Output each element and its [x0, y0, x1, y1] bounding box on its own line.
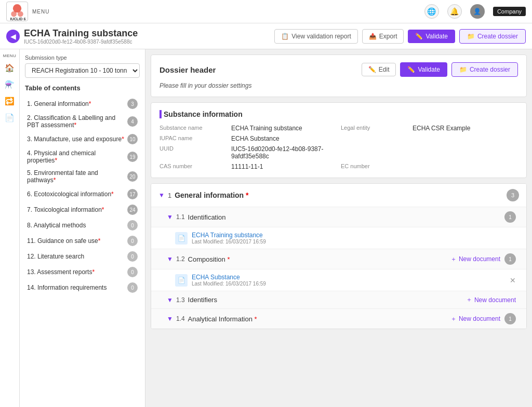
- subsection-1-3-header[interactable]: ▼ 1.3 Identifiers ＋ New document: [151, 291, 526, 308]
- subsection-1-2-header[interactable]: ▼ 1.2 Composition * ＋ New document 1: [151, 249, 526, 269]
- submission-type-select[interactable]: REACH Registration 10 - 100 tonnes: [25, 63, 140, 78]
- subsection-1-3-number: 1.3: [176, 296, 185, 304]
- validate-button[interactable]: ✏️ Validate: [408, 30, 455, 43]
- subsection-1-1-left: ▼ 1.1 Identification: [167, 213, 226, 221]
- legal-entity-value: ECHA CSR Example: [413, 125, 518, 132]
- validate-dossier-button[interactable]: ✏️ Validate: [400, 62, 447, 77]
- subsection-1-2-left: ▼ 1.2 Composition *: [167, 255, 230, 263]
- header-left: IUCLID 6 MENU: [6, 2, 49, 21]
- dossier-title: Dossier header: [159, 65, 216, 74]
- validate-icon: ✏️: [415, 33, 423, 40]
- toc-item-13-text: 13. Assessment reports*: [27, 268, 127, 276]
- dossier-info-message: Please fill in your dossier settings: [159, 82, 518, 89]
- empty-label-1: [341, 135, 408, 142]
- doc-info-1-1: ECHA Training substance Last Modified: 1…: [192, 232, 266, 245]
- subsection-1-4-chevron: ▼: [167, 315, 173, 322]
- export-button[interactable]: 📤 Export: [362, 29, 404, 44]
- svg-text:IUCLID 6: IUCLID 6: [10, 16, 25, 20]
- toc-item-7-text: 7. Toxicological information*: [27, 206, 127, 213]
- subsection-1-3-chevron: ▼: [167, 296, 173, 304]
- flask-icon[interactable]: ⚗️: [3, 78, 17, 91]
- subsection-1-4-header[interactable]: ▼ 1.4 Analytical Information * ＋ New doc…: [151, 309, 526, 329]
- subsection-1-3-left: ▼ 1.3 Identifiers: [167, 296, 217, 304]
- toc-item-13[interactable]: 13. Assessment reports* 0: [25, 264, 140, 280]
- plus-icon-1-2: ＋: [450, 255, 457, 264]
- svg-point-1: [11, 11, 17, 17]
- section-1-chevron: ▼: [158, 192, 165, 199]
- plus-icon-1-4: ＋: [450, 315, 457, 323]
- subsection-1-1-badge: 1: [504, 211, 516, 223]
- substance-grid: Substance name ECHA Training substance L…: [159, 125, 518, 170]
- doc-entry-1-1-left: 📄 ECHA Training substance Last Modified:…: [175, 232, 266, 245]
- toc-item-11[interactable]: 11. Guidance on safe use* 0: [25, 233, 140, 249]
- toc-item-5-text: 5. Environmental fate and pathways*: [27, 169, 127, 184]
- section-1-number: 1: [168, 192, 171, 199]
- validate-create-area: ✏️ Validate 📁 Create dossier: [400, 62, 518, 77]
- header-right: 🌐 🔔 👤 Company: [424, 4, 526, 19]
- toc-item-1[interactable]: 1. General information* 3: [25, 96, 140, 112]
- globe-icon[interactable]: 🌐: [424, 4, 439, 19]
- uuid-label: UUID: [159, 145, 227, 160]
- top-header: IUCLID 6 MENU 🌐 🔔 👤 Company: [0, 0, 532, 23]
- new-doc-1-3-button[interactable]: ＋ New document: [466, 295, 516, 304]
- doc-entry-1-2-left: 📄 ECHA Substance Last Modified: 16/03/20…: [175, 274, 266, 287]
- toc-item-12[interactable]: 12. Literature search 0: [25, 249, 140, 264]
- toc-item-4[interactable]: 4. Physical and chemical properties* 19: [25, 147, 140, 167]
- toc-badge-3: 10: [127, 134, 138, 144]
- create-dossier-button[interactable]: 📁 Create dossier: [459, 29, 526, 44]
- home-icon[interactable]: 🏠: [3, 61, 17, 75]
- nav-icon-4[interactable]: 📄: [3, 111, 17, 125]
- toc-item-11-text: 11. Guidance on safe use*: [27, 237, 127, 245]
- avatar[interactable]: 👤: [470, 4, 485, 19]
- subsection-1-2-actions: ＋ New document 1: [450, 253, 516, 265]
- view-validation-button[interactable]: 📋 View validation report: [274, 29, 358, 44]
- uuid-value: IUC5-16d020d0-fe12-4b08-9387-9afdf35e588…: [231, 145, 337, 160]
- toc-badge-8: 0: [127, 220, 138, 230]
- bell-icon[interactable]: 🔔: [447, 4, 462, 19]
- submission-type-label: Submission type: [25, 55, 140, 61]
- page-subtitle: IUC5-16d020d0-fe12-4b08-9387-9afdf35e588…: [24, 39, 138, 45]
- toc-item-14[interactable]: 14. Information requirements 0: [25, 280, 140, 295]
- create-dossier-icon: 📁: [467, 33, 475, 40]
- toc-item-3[interactable]: 3. Manufacture, use and exposure* 10: [25, 131, 140, 147]
- dossier-actions: ✏️ Edit ✏️ Validate 📁 Create dossier: [362, 62, 518, 77]
- subsection-1-3-name: Identifiers: [188, 296, 217, 304]
- empty-label-2: [341, 145, 408, 160]
- subsection-1-2: ▼ 1.2 Composition * ＋ New document 1: [151, 249, 526, 291]
- toc-badge-11: 0: [127, 236, 138, 246]
- toc-item-1-text: 1. General information*: [27, 100, 127, 107]
- toc-item-8[interactable]: 8. Analytical methods 0: [25, 218, 140, 233]
- ec-number-label: EC number: [341, 163, 408, 170]
- subsection-1-4-number: 1.4: [176, 315, 185, 322]
- section-1-header[interactable]: ▼ 1 General information * 3: [151, 184, 526, 207]
- export-icon: 📤: [369, 33, 377, 40]
- toc-item-6[interactable]: 6. Ecotoxicological information* 17: [25, 186, 140, 202]
- back-button[interactable]: ◀: [6, 30, 20, 43]
- substance-name-label: Substance name: [159, 125, 227, 132]
- new-doc-1-4-button[interactable]: ＋ New document: [450, 315, 500, 323]
- nav-icon-3[interactable]: 🔁: [3, 94, 17, 108]
- new-doc-1-2-button[interactable]: ＋ New document: [450, 255, 500, 264]
- ec-number-value: [413, 163, 518, 170]
- menu-label[interactable]: MENU: [32, 9, 49, 15]
- toc-item-7[interactable]: 7. Toxicological information* 24: [25, 202, 140, 218]
- toc-item-2[interactable]: 2. Classification & Labelling and PBT as…: [25, 112, 140, 131]
- legal-entity-label: Legal entity: [341, 125, 408, 132]
- subsection-1-4-actions: ＋ New document 1: [450, 313, 516, 324]
- toc-item-5[interactable]: 5. Environmental fate and pathways* 20: [25, 167, 140, 186]
- app-logo: IUCLID 6: [6, 2, 28, 21]
- subsection-1-1-header[interactable]: ▼ 1.1 Identification 1: [151, 207, 526, 227]
- section-1-name: General information *: [175, 191, 248, 199]
- subsection-1-3-actions: ＋ New document: [466, 295, 516, 304]
- toc-item-4-text: 4. Physical and chemical properties*: [27, 150, 127, 164]
- create-dossier-btn[interactable]: 📁 Create dossier: [451, 62, 518, 77]
- section-1-card: ▼ 1 General information * 3 ▼ 1.1 Identi…: [151, 183, 527, 329]
- subsection-1-4: ▼ 1.4 Analytical Information * ＋ New doc…: [151, 308, 526, 329]
- edit-button[interactable]: ✏️ Edit: [362, 63, 396, 76]
- subsection-1-4-name: Analytical Information *: [188, 315, 257, 323]
- doc-title-1-1[interactable]: ECHA Training substance: [192, 232, 266, 239]
- toc-badge-13: 0: [127, 267, 138, 277]
- doc-title-1-2[interactable]: ECHA Substance: [192, 274, 266, 281]
- close-doc-1-2-button[interactable]: ✕: [510, 276, 516, 284]
- subsection-1-4-badge: 1: [504, 313, 516, 324]
